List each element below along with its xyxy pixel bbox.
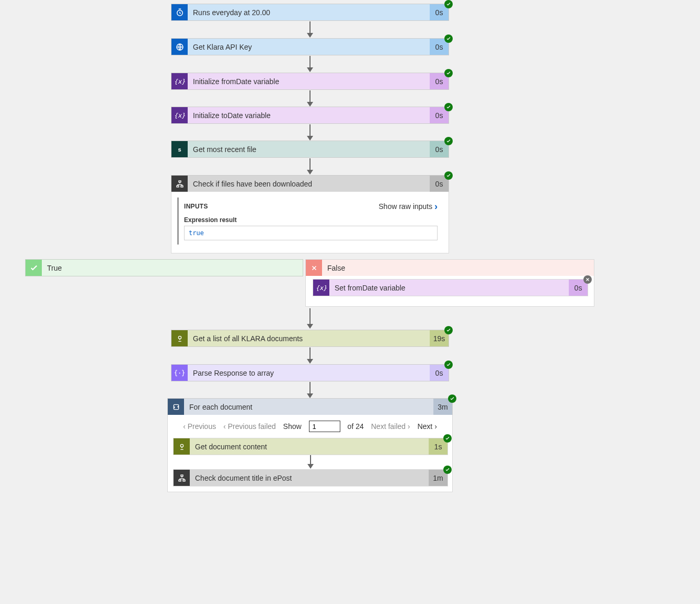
success-badge-icon [444, 69, 453, 77]
inputs-panel: INPUTS Show raw inputs › Expression resu… [177, 198, 443, 245]
connector-arrow [309, 90, 311, 106]
step-set-fromdate[interactable]: {x} Set fromDate variable 0s [313, 279, 588, 296]
step-title: Parse Response to array [188, 365, 430, 381]
loop-icon [168, 399, 184, 415]
svg-rect-10 [183, 480, 185, 481]
svg-rect-3 [177, 185, 179, 187]
pager-index-input[interactable] [309, 421, 340, 432]
http-swagger-icon [174, 438, 190, 455]
svg-rect-4 [181, 185, 183, 187]
connector-arrow [309, 347, 311, 363]
step-parse-response[interactable]: {·} Parse Response to array 0s [171, 364, 449, 381]
clock-icon [171, 4, 188, 20]
step-title: Get most recent file [188, 141, 430, 157]
skipped-badge-icon [583, 275, 592, 284]
connector-arrow [309, 158, 311, 174]
connector-arrow [309, 21, 311, 37]
connector-arrow [310, 455, 311, 468]
variable-icon: {x} [171, 107, 188, 123]
svg-point-7 [180, 444, 183, 447]
sharepoint-icon: s [171, 141, 188, 157]
expression-result-label: Expression result [184, 216, 438, 224]
http-icon [171, 39, 188, 55]
iteration-pager: ‹ Previous ‹ Previous failed Show of 24 … [168, 415, 452, 438]
success-badge-icon [448, 394, 456, 403]
success-badge-icon [443, 466, 452, 474]
inputs-heading: INPUTS [184, 203, 208, 210]
pager-show-label: Show [283, 422, 302, 431]
step-get-api-key[interactable]: Get Klara API Key 0s [171, 38, 449, 55]
pager-next[interactable]: Next › [417, 422, 437, 431]
condition-icon [174, 470, 190, 486]
condition-icon [171, 176, 188, 192]
condition-details-card: INPUTS Show raw inputs › Expression resu… [171, 192, 449, 253]
step-title: Get a list of all KLARA documents [188, 330, 430, 346]
success-badge-icon [444, 137, 453, 145]
variable-icon: {x} [171, 73, 188, 89]
expression-result-value: true [184, 226, 438, 240]
flow-canvas: Runs everyday at 20.00 0s Get Klara API … [0, 0, 700, 604]
svg-rect-8 [181, 475, 183, 477]
parse-json-icon: {·} [171, 365, 188, 381]
step-get-recent-file[interactable]: s Get most recent file 0s [171, 141, 449, 158]
show-raw-inputs-label: Show raw inputs [378, 202, 432, 211]
svg-rect-2 [179, 181, 181, 182]
variable-icon: {x} [313, 280, 329, 296]
svg-point-5 [178, 336, 181, 339]
http-swagger-icon [171, 330, 188, 346]
pager-next-failed[interactable]: Next failed › [371, 422, 410, 431]
chevron-left-icon: ‹ [223, 422, 226, 431]
step-init-fromdate[interactable]: {x} Initialize fromDate variable 0s [171, 73, 449, 90]
branch-false[interactable]: False {x} Set fromDate variable 0s [305, 259, 594, 307]
success-badge-icon [444, 361, 453, 369]
chevron-right-icon: › [408, 422, 410, 431]
pager-of-label: of 24 [348, 422, 364, 431]
branch-false-label: False [322, 260, 594, 276]
chevron-right-icon: › [434, 202, 438, 211]
connector-arrow [309, 382, 311, 398]
step-list-klara-documents[interactable]: Get a list of all KLARA documents 19s [171, 330, 449, 347]
step-condition-check-files[interactable]: Check if files have been downloaded 0s [171, 175, 449, 192]
step-check-document-title[interactable]: Check document title in ePost 1m [173, 469, 448, 486]
branch-true-label: True [42, 260, 303, 276]
pager-previous-failed[interactable]: ‹ Previous failed [223, 422, 276, 431]
step-title: Runs everyday at 20.00 [188, 4, 430, 20]
success-badge-icon [444, 171, 453, 180]
success-badge-icon [444, 326, 453, 334]
pager-previous[interactable]: ‹ Previous [183, 422, 216, 431]
chevron-right-icon: › [434, 422, 437, 431]
show-raw-inputs-link[interactable]: Show raw inputs › [378, 202, 438, 211]
check-icon [26, 260, 42, 276]
step-init-todate[interactable]: {x} Initialize toDate variable 0s [171, 107, 449, 124]
success-badge-icon [443, 434, 452, 443]
step-title: Set fromDate variable [329, 280, 569, 296]
foreach-body: ‹ Previous ‹ Previous failed Show of 24 … [167, 415, 453, 492]
connector-arrow [309, 124, 311, 140]
step-title: Get document content [190, 438, 429, 455]
connector-arrow [309, 308, 311, 328]
step-title: Get Klara API Key [188, 39, 430, 55]
step-title: Initialize fromDate variable [188, 73, 430, 89]
step-title: Check document title in ePost [190, 470, 429, 486]
step-title: Check if files have been downloaded [188, 176, 430, 192]
step-get-document-content[interactable]: Get document content 1s [173, 438, 448, 455]
svg-rect-9 [179, 480, 181, 481]
chevron-left-icon: ‹ [183, 422, 186, 431]
branch-true[interactable]: True [25, 259, 303, 276]
success-badge-icon [444, 34, 453, 43]
step-title: Initialize toDate variable [188, 107, 430, 123]
cross-icon [306, 260, 322, 276]
step-title: For each document [184, 399, 433, 415]
step-foreach-document[interactable]: For each document 3m [167, 398, 453, 415]
success-badge-icon [444, 103, 453, 111]
connector-arrow [309, 56, 311, 72]
step-trigger[interactable]: Runs everyday at 20.00 0s [171, 4, 449, 21]
success-badge-icon [444, 0, 453, 8]
